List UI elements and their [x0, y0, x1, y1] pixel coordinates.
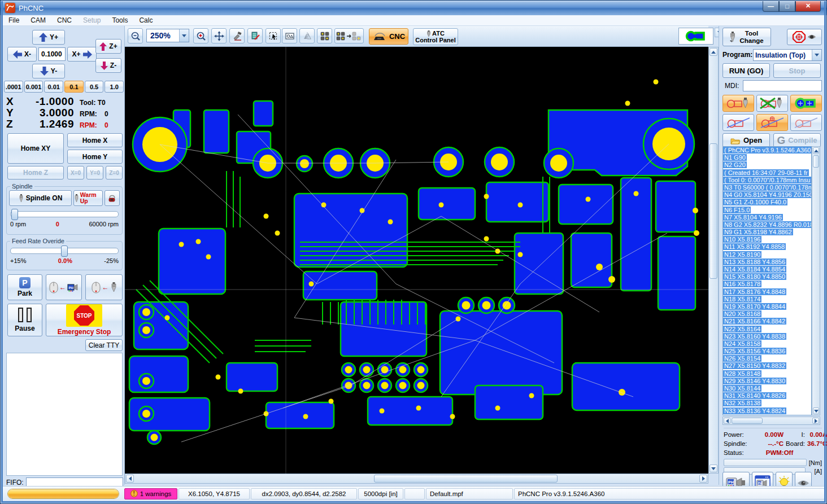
- step-0001-button[interactable]: .0001: [4, 81, 23, 93]
- run-button[interactable]: RUN (GO): [722, 63, 770, 78]
- gcode-line[interactable]: N5 G1 Z-0.1000 F40.0: [723, 199, 811, 206]
- home-xy-button[interactable]: Home XY: [7, 133, 64, 164]
- jog-z-minus-button[interactable]: Z-: [95, 58, 121, 73]
- gcode-line[interactable]: N11 X5.8192 Y4.8858: [723, 243, 811, 251]
- zoom-in-button[interactable]: [193, 28, 208, 43]
- gcode-line[interactable]: N8 G2 X5.8232 Y4.8896 R0.018: [723, 221, 811, 229]
- canvas-scroll-left-button[interactable]: [126, 475, 134, 483]
- preview-window-button[interactable]: [282, 28, 297, 43]
- jog-step-input[interactable]: 0.1000: [38, 47, 66, 61]
- jog-y-minus-button[interactable]: Y-: [32, 64, 65, 78]
- jog-x-minus-button[interactable]: X-: [7, 47, 37, 62]
- step-0-1-button-selected[interactable]: 0.1: [64, 81, 84, 93]
- open-button[interactable]: Open: [722, 133, 770, 147]
- atc-control-panel-button[interactable]: ATC Control Panel: [413, 28, 458, 45]
- home-x-button[interactable]: Home X: [67, 133, 123, 147]
- insulation-mill-button[interactable]: [722, 95, 754, 112]
- gcode-line[interactable]: N17 X5.8176 Y4.8848: [723, 288, 811, 296]
- gcode-line[interactable]: N12 X5.8190: [723, 251, 811, 258]
- gcode-line[interactable]: N18 X5.8174: [723, 296, 811, 303]
- maximize-button[interactable]: □: [779, 1, 795, 12]
- gcode-hscrollbar[interactable]: [722, 417, 820, 425]
- gcode-list[interactable]: ( PhCNC Pro v3.9.1.5246.A360N1 G90N2 G20…: [722, 146, 812, 415]
- feed-rate-slider[interactable]: [10, 248, 119, 254]
- gcode-hscroll-thumb[interactable]: [732, 418, 763, 424]
- jog-x-plus-button[interactable]: X+: [67, 47, 97, 62]
- filled-pads-button[interactable]: [790, 95, 822, 112]
- gcode-line[interactable]: N1 G90: [723, 154, 811, 161]
- copy-pattern-button[interactable]: [334, 28, 364, 43]
- park-button[interactable]: P Park: [7, 274, 42, 300]
- zoom-out-button[interactable]: [128, 28, 143, 43]
- pcb-canvas[interactable]: [125, 47, 708, 474]
- gcode-line[interactable]: N7 X5.8104 Y4.9196: [723, 214, 811, 221]
- gcode-line[interactable]: N6 F15.0: [723, 207, 811, 214]
- gcode-line[interactable]: ( Tool 0: 0.0070"/0.178mm Insu: [723, 177, 811, 184]
- chevron-down-icon[interactable]: [179, 29, 189, 42]
- program-combo[interactable]: Insulation (Top): [753, 49, 822, 61]
- gcode-line[interactable]: N16 X5.8178: [723, 281, 811, 288]
- gcode-line[interactable]: N13 X5.8188 Y4.8856: [723, 258, 811, 266]
- gcode-vscroll-thumb[interactable]: [813, 155, 819, 168]
- canvas-vscrollbar[interactable]: [708, 47, 719, 474]
- gcode-line[interactable]: N27 X5.8150 Y4.8832: [723, 362, 811, 370]
- step-01-button[interactable]: 0.01: [44, 81, 63, 93]
- clear-tty-button[interactable]: Clear TTY: [85, 339, 123, 351]
- gcode-line[interactable]: N9 G1 X5.8198 Y4.8862: [723, 229, 811, 236]
- no-drill-button[interactable]: [756, 95, 788, 112]
- canvas-vscroll-thumb[interactable]: [710, 143, 717, 279]
- tool-change-button[interactable]: Tool Change: [722, 28, 771, 46]
- gcode-vscrollbar[interactable]: [812, 146, 820, 415]
- gcode-line[interactable]: N10 X5.8196: [723, 236, 811, 243]
- canvas-scroll-up-button[interactable]: [710, 48, 717, 56]
- spindle-rpm-slider[interactable]: [10, 211, 119, 217]
- spindle-on-button[interactable]: Spindle ON: [9, 190, 72, 206]
- step-001-button[interactable]: 0.001: [24, 81, 43, 93]
- gcode-line[interactable]: ( Created 16:34:07 29-08-11 fr: [723, 169, 811, 177]
- gcode-line[interactable]: N22 X5.8164: [723, 326, 811, 333]
- warm-up-button[interactable]: Warm Up: [73, 190, 103, 206]
- canvas-hscroll-thumb[interactable]: [374, 475, 558, 483]
- gcode-line[interactable]: N30 X5.8144: [723, 385, 811, 392]
- menu-file[interactable]: File: [3, 16, 25, 25]
- gcode-line[interactable]: N15 X5.8180 Y4.8850: [723, 273, 811, 281]
- menu-calc[interactable]: Calc: [133, 16, 158, 25]
- jog-z-plus-button[interactable]: Z+: [95, 39, 121, 54]
- chevron-down-icon[interactable]: [812, 50, 821, 60]
- canvas-scroll-right-button[interactable]: [699, 475, 707, 483]
- emergency-stop-button[interactable]: STOP Emergency Stop: [46, 304, 123, 336]
- select-region-button[interactable]: [265, 28, 281, 43]
- gcode-scroll-up-button[interactable]: [813, 147, 819, 154]
- camera-target-button[interactable]: [787, 29, 822, 45]
- zoom-level-combo[interactable]: 250%: [146, 29, 189, 42]
- gcode-line[interactable]: N33 X5.8136 Y4.8824: [723, 407, 811, 415]
- path-target-button[interactable]: [756, 114, 788, 131]
- jog-to-camera-button[interactable]: ← PH: [46, 274, 82, 300]
- gcode-scroll-right-button[interactable]: [812, 418, 819, 424]
- gcode-line[interactable]: N20 X5.8168: [723, 310, 811, 318]
- menu-tools[interactable]: Tools: [106, 16, 133, 25]
- home-y-button[interactable]: Home Y: [67, 150, 123, 164]
- zoom-fit-button[interactable]: [211, 28, 227, 43]
- gcode-line[interactable]: N14 X5.8184 Y4.8854: [723, 266, 811, 273]
- gcode-line[interactable]: N28 X5.8148: [723, 370, 811, 378]
- menu-cnc[interactable]: CNC: [51, 16, 77, 25]
- gcode-line[interactable]: N31 X5.8140 Y4.8826: [723, 392, 811, 400]
- menu-cam[interactable]: CAM: [25, 16, 51, 25]
- close-button[interactable]: ✕: [795, 1, 821, 12]
- vacuum-button[interactable]: [105, 190, 120, 206]
- calc-edit-button[interactable]: [247, 28, 263, 43]
- pause-button[interactable]: Pause: [7, 304, 42, 336]
- gcode-line[interactable]: N2 G20: [723, 161, 811, 169]
- step-05-button[interactable]: 0.5: [85, 81, 104, 93]
- tools-setup-button[interactable]: [229, 28, 245, 43]
- tty-console[interactable]: [6, 353, 123, 476]
- jog-y-plus-button[interactable]: Y+: [32, 30, 65, 45]
- gcode-scroll-down-button[interactable]: [813, 407, 819, 414]
- warnings-badge[interactable]: ! 1 warnings: [124, 488, 177, 499]
- mdi-input[interactable]: [743, 80, 822, 91]
- canvas-scroll-down-button[interactable]: [710, 464, 717, 472]
- canvas-hscrollbar[interactable]: [125, 474, 708, 484]
- gcode-line[interactable]: N19 X5.8170 Y4.8844: [723, 303, 811, 310]
- feed-rate-slider-thumb[interactable]: [61, 246, 68, 257]
